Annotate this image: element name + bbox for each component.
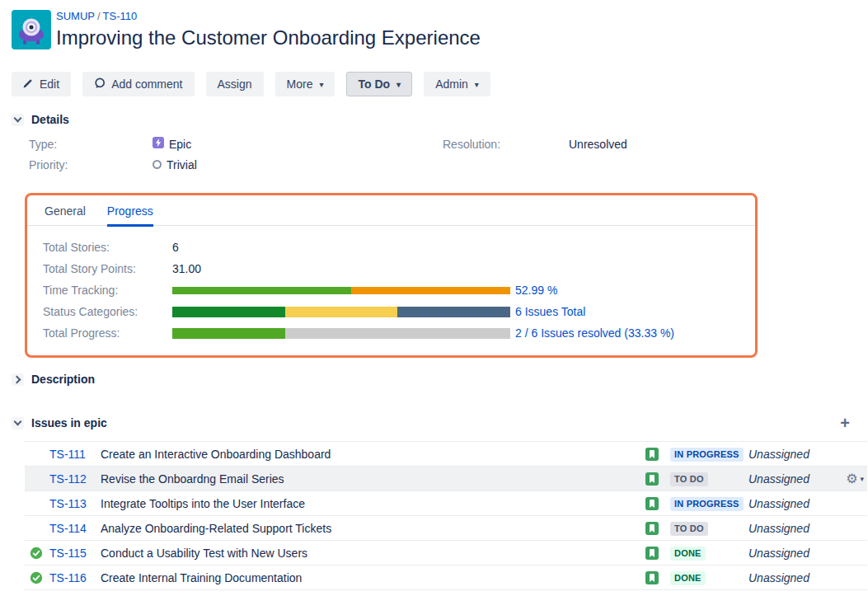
issue-assignee: Unassigned xyxy=(748,448,833,461)
status-badge: DONE xyxy=(670,571,706,585)
issue-key-link[interactable]: TS-112 xyxy=(49,472,87,486)
epic-type-icon xyxy=(152,137,164,151)
chevron-down-icon: ▾ xyxy=(396,80,401,89)
type-label: Type: xyxy=(29,138,152,151)
story-type-icon xyxy=(645,448,670,461)
issue-assignee: Unassigned xyxy=(748,547,833,560)
priority-value: Trivial xyxy=(167,158,197,171)
issue-summary: Create Internal Training Documentation xyxy=(101,571,645,584)
total-stories-row: Total Stories: 6 xyxy=(43,237,755,258)
issues-total-link[interactable]: 6 Issues Total xyxy=(515,305,585,318)
details-tabs: General Progress xyxy=(27,195,755,226)
issue-key-link[interactable]: TS-115 xyxy=(49,547,87,560)
issue-row[interactable]: TS-113 Integrate Tooltips into the User … xyxy=(25,491,867,516)
assign-button[interactable]: Assign xyxy=(206,72,264,96)
workflow-status-label: To Do xyxy=(358,77,390,91)
status-categories-row: Status Categories: 6 Issues Total xyxy=(43,301,755,322)
issue-summary: Create an Interactive Onboarding Dashboa… xyxy=(101,448,645,461)
story-type-icon xyxy=(645,571,670,584)
total-progress-row: Total Progress: 2 / 6 Issues resolved (3… xyxy=(43,322,755,344)
type-value: Epic xyxy=(169,138,191,151)
resolved-icon xyxy=(25,571,49,584)
issue-summary: Integrate Tooltips into the User Interfa… xyxy=(101,497,645,510)
pencil-icon xyxy=(23,77,34,91)
details-section-title: Details xyxy=(31,113,69,126)
total-story-points-value: 31.00 xyxy=(172,262,201,275)
resolution-label: Resolution: xyxy=(443,138,569,151)
breadcrumb-project-link[interactable]: SUMUP xyxy=(56,10,95,22)
issue-summary: Analyze Onboarding-Related Support Ticke… xyxy=(101,522,645,535)
resolution-field: Resolution: Unresolved xyxy=(443,134,627,154)
issue-key-link[interactable]: TS-111 xyxy=(49,448,86,461)
issue-row[interactable]: TS-115 Conduct a Usability Test with New… xyxy=(25,541,867,565)
story-type-icon xyxy=(645,472,670,486)
resolved-icon xyxy=(25,547,49,560)
issue-row[interactable]: TS-116 Create Internal Training Document… xyxy=(25,565,867,590)
issue-key-link[interactable]: TS-116 xyxy=(49,571,87,584)
description-section-title: Description xyxy=(31,373,95,386)
issue-assignee: Unassigned xyxy=(748,497,833,510)
bar-segment-resolved xyxy=(172,328,285,339)
status-badge: DONE xyxy=(670,547,706,561)
breadcrumb-issue-link[interactable]: TS-110 xyxy=(103,10,138,22)
story-type-icon xyxy=(645,497,670,510)
comment-bubble-icon xyxy=(94,77,106,92)
more-menu-button[interactable]: More ▾ xyxy=(275,72,335,96)
bar-segment-unresolved xyxy=(285,328,510,339)
collapse-chevron-icon[interactable] xyxy=(12,114,24,126)
breadcrumb-separator: / xyxy=(95,10,103,22)
status-badge: TO DO xyxy=(670,522,708,536)
issue-key-link[interactable]: TS-113 xyxy=(49,497,87,510)
status-badge: IN PROGRESS xyxy=(670,497,744,511)
issue-summary: Conduct a Usability Test with New Users xyxy=(101,547,645,560)
assign-button-label: Assign xyxy=(218,77,252,91)
expand-chevron-icon[interactable] xyxy=(12,373,24,386)
resolution-value: Unresolved xyxy=(569,138,627,151)
chevron-down-icon: ▾ xyxy=(319,80,323,89)
add-issue-to-epic-button[interactable]: + xyxy=(840,417,850,429)
total-story-points-row: Total Story Points: 31.00 xyxy=(43,258,755,279)
issue-row[interactable]: TS-112 Revise the Onboardng Email Series… xyxy=(25,467,867,491)
story-type-icon xyxy=(645,522,670,535)
story-type-icon xyxy=(645,547,670,560)
priority-field: Priority: Trivial xyxy=(29,154,868,175)
chevron-down-icon: ▾ xyxy=(860,475,864,483)
total-stories-value: 6 xyxy=(172,241,179,254)
issue-row[interactable]: TS-114 Analyze Onboarding-Related Suppor… xyxy=(25,516,867,541)
tab-general[interactable]: General xyxy=(45,204,86,225)
total-story-points-label: Total Story Points: xyxy=(43,262,172,275)
issue-assignee: Unassigned xyxy=(748,522,833,535)
issue-toolbar: Edit Add comment Assign More ▾ To Do ▾ A… xyxy=(12,72,868,96)
page-title: Improving the Customer Onboarding Experi… xyxy=(56,26,481,50)
issue-key-link[interactable]: TS-114 xyxy=(49,522,87,535)
issues-table: TS-111 Create an Interactive Onboarding … xyxy=(25,441,867,590)
breadcrumb: SUMUP/TS-110 xyxy=(56,10,481,23)
tab-progress[interactable]: Progress xyxy=(107,204,153,227)
time-tracking-label: Time Tracking: xyxy=(43,284,172,297)
admin-menu-button[interactable]: Admin ▾ xyxy=(424,72,490,96)
bar-segment-done xyxy=(172,307,285,317)
status-badge: IN PROGRESS xyxy=(670,448,744,462)
status-categories-label: Status Categories: xyxy=(43,305,172,318)
issue-assignee: Unassigned xyxy=(748,571,833,584)
row-actions-gear-button[interactable]: ⚙ ▾ xyxy=(846,472,864,486)
issues-in-epic-section: Issues in epic + TS-111 Create an Intera… xyxy=(12,416,868,590)
bar-segment-in-progress xyxy=(285,307,398,317)
total-progress-label: Total Progress: xyxy=(43,326,172,340)
bar-segment-remaining xyxy=(351,287,510,294)
details-section: Details Type: Epic Priority: xyxy=(12,113,868,358)
bar-segment-completed xyxy=(172,287,351,294)
issue-row[interactable]: TS-111 Create an Interactive Onboarding … xyxy=(25,442,867,467)
workflow-status-button[interactable]: To Do ▾ xyxy=(346,72,412,96)
status-categories-bar xyxy=(172,307,510,317)
priority-label: Priority: xyxy=(29,158,152,171)
description-section: Description xyxy=(12,373,868,386)
jira-issue-page: SUMUP/TS-110 Improving the Customer Onbo… xyxy=(0,0,868,596)
add-comment-button[interactable]: Add comment xyxy=(82,72,194,96)
epic-progress-panel-highlight-annotation: General Progress Total Stories: 6 Total … xyxy=(25,193,758,358)
collapse-chevron-icon[interactable] xyxy=(12,417,24,429)
time-tracking-value: 52.99 % xyxy=(515,284,557,297)
issue-header: SUMUP/TS-110 Improving the Customer Onbo… xyxy=(0,0,868,50)
edit-button[interactable]: Edit xyxy=(12,72,71,96)
issues-resolved-link[interactable]: 2 / 6 Issues resolved (33.33 %) xyxy=(515,326,674,340)
